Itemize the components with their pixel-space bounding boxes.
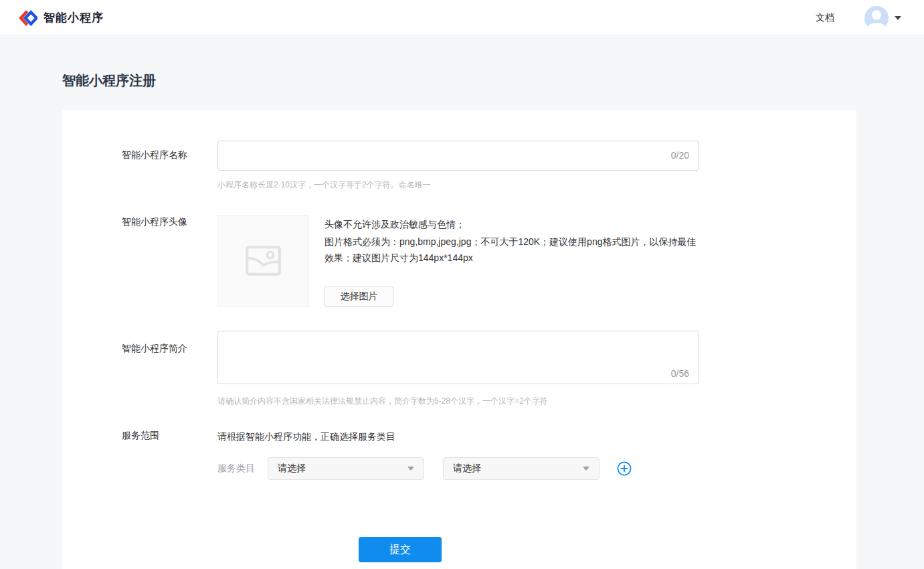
chevron-down-icon <box>583 467 589 471</box>
category-select-2-value: 请选择 <box>453 463 583 475</box>
page: 智能小程序 文档 智能小程序注册 智能小程序名称 0/20 小程 <box>0 0 924 569</box>
intro-field-group: 0/56 请确认简介内容不含国家相关法律法规禁止内容，简介字数为5-28个汉字，… <box>217 331 699 407</box>
avatar-shoulders-shape <box>866 23 887 30</box>
name-char-counter: 0/20 <box>671 150 689 161</box>
brand-home-link[interactable]: 智能小程序 <box>19 9 104 27</box>
avatar-label: 智能小程序头像 <box>122 215 217 307</box>
smart-program-logo-icon <box>19 9 37 27</box>
category-label: 服务类目 <box>217 463 255 475</box>
scope-field-group: 请根据智能小程序功能，正确选择服务类目 服务类目 请选择 请选择 <box>217 430 632 480</box>
avatar-upload-placeholder[interactable] <box>217 215 309 307</box>
name-help-text: 小程序名称长度2-10汉字，一个汉字等于2个字符。命名唯一 <box>217 179 699 191</box>
intro-textarea[interactable] <box>217 331 699 384</box>
avatar-rules-block: 头像不允许涉及政治敏感与色情； 图片格式必须为：png,bmp,jpeg,jpg… <box>325 215 697 307</box>
category-select-2[interactable]: 请选择 <box>443 457 599 480</box>
scope-description: 请根据智能小程序功能，正确选择服务类目 <box>217 430 632 443</box>
chevron-down-icon <box>407 467 414 471</box>
intro-label: 智能小程序简介 <box>122 331 217 407</box>
submit-row: 提交 <box>122 537 856 562</box>
avatar-rule-line1: 头像不允许涉及政治敏感与色情； <box>325 215 697 232</box>
image-placeholder-icon <box>246 246 281 276</box>
scope-label: 服务范围 <box>122 430 217 480</box>
name-field-row: 智能小程序名称 0/20 小程序名称长度2-10汉字，一个汉字等于2个字符。命名… <box>122 141 856 191</box>
scope-field-row: 服务范围 请根据智能小程序功能，正确选择服务类目 服务类目 请选择 请选择 <box>122 430 856 480</box>
docs-link[interactable]: 文档 <box>816 12 834 24</box>
top-navbar: 智能小程序 文档 <box>0 0 924 36</box>
name-field-group: 0/20 小程序名称长度2-10汉字，一个汉字等于2个字符。命名唯一 <box>217 141 699 191</box>
topbar-right: 文档 <box>816 6 901 30</box>
user-menu[interactable] <box>864 6 901 30</box>
add-category-button[interactable] <box>617 461 632 476</box>
page-title: 智能小程序注册 <box>0 36 924 90</box>
intro-field-row: 智能小程序简介 0/56 请确认简介内容不含国家相关法律法规禁止内容，简介字数为… <box>122 331 856 407</box>
brand-title: 智能小程序 <box>43 10 104 25</box>
intro-help-text: 请确认简介内容不含国家相关法律法规禁止内容，简介字数为5-28个汉字，一个汉字=… <box>217 396 699 407</box>
avatar-head-shape <box>872 10 881 20</box>
caret-down-icon[interactable] <box>895 16 901 20</box>
name-label: 智能小程序名称 <box>122 141 217 191</box>
name-input-wrap: 0/20 <box>217 141 699 171</box>
avatar-rule-line2: 图片格式必须为：png,bmp,jpeg,jpg；不可大于120K；建议使用pn… <box>325 232 697 266</box>
name-input[interactable] <box>217 141 699 171</box>
category-select-1[interactable]: 请选择 <box>268 457 424 480</box>
intro-textarea-wrap: 0/56 <box>217 331 699 387</box>
registration-form-card: 智能小程序名称 0/20 小程序名称长度2-10汉字，一个汉字等于2个字符。命名… <box>62 110 856 569</box>
avatar-field-row: 智能小程序头像 头像不允许涉及政治敏感与色情； 图片格式必须为：png,bmp,… <box>122 215 856 307</box>
category-select-1-value: 请选择 <box>278 463 407 475</box>
category-row: 服务类目 请选择 请选择 <box>217 457 632 480</box>
intro-char-counter: 0/56 <box>671 368 689 379</box>
user-avatar[interactable] <box>864 6 889 30</box>
plus-circle-icon <box>617 461 632 476</box>
choose-image-button[interactable]: 选择图片 <box>325 287 393 307</box>
submit-button[interactable]: 提交 <box>359 537 442 562</box>
